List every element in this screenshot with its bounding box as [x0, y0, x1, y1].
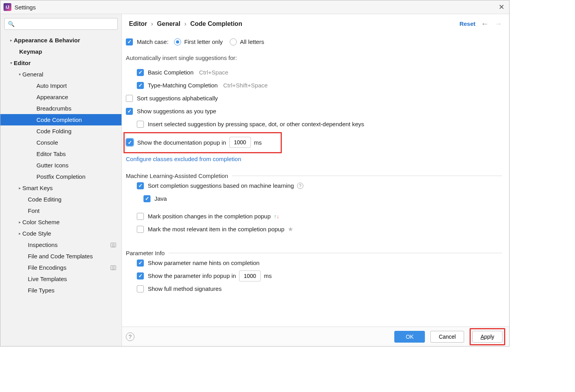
cancel-button[interactable]: Cancel — [430, 331, 464, 343]
type-matching-checkbox[interactable] — [137, 82, 144, 89]
tree-item-appearance[interactable]: Appearance — [0, 91, 122, 103]
tree-item-label: Code Editing — [28, 196, 62, 203]
tree-item-label: File and Code Templates — [28, 253, 93, 260]
sort-ml-checkbox[interactable] — [137, 182, 144, 189]
first-letter-radio[interactable] — [174, 38, 181, 45]
chevron-right-icon: ▸ — [17, 231, 22, 236]
param-popup-ms-input[interactable] — [239, 270, 261, 281]
tree-item-auto-import[interactable]: Auto Import — [0, 80, 122, 91]
configure-excluded-link[interactable]: Configure classes excluded from completi… — [126, 156, 241, 162]
tree-item-label: File Encodings — [28, 264, 66, 271]
sort-alpha-checkbox[interactable] — [126, 95, 133, 102]
tree-item-label: Console — [36, 139, 58, 146]
settings-tree[interactable]: ▸Appearance & BehaviorKeymap▾Editor▾Gene… — [0, 32, 122, 346]
tree-item-label: Keymap — [19, 48, 42, 55]
tree-item-label: Appearance — [36, 94, 68, 100]
tree-item-general[interactable]: ▾General — [0, 69, 122, 80]
tree-item-file-types[interactable]: File Types — [0, 285, 122, 296]
tree-item-smart-keys[interactable]: ▸Smart Keys — [0, 182, 122, 194]
scope-badge-icon — [111, 243, 116, 247]
show-doc-popup-checkbox[interactable] — [126, 139, 133, 146]
ok-button[interactable]: OK — [394, 331, 425, 343]
doc-popup-ms-input[interactable] — [229, 137, 251, 148]
tree-item-file-and-code-templates[interactable]: File and Code Templates — [0, 250, 122, 262]
main-panel: Editor › General › Code Completion Reset… — [122, 14, 509, 346]
ml-section-title: Machine Learning-Assisted Completion — [126, 172, 228, 179]
tree-item-label: Auto Import — [36, 82, 67, 89]
close-icon[interactable]: ✕ — [499, 3, 504, 11]
chevron-down-icon: ▾ — [17, 72, 22, 76]
tree-item-label: Color Scheme — [22, 219, 60, 225]
scope-badge-icon — [111, 265, 116, 270]
tree-item-code-editing[interactable]: Code Editing — [0, 194, 122, 205]
sort-alpha-label: Sort suggestions alphabetically — [137, 95, 218, 102]
chevron-right-icon: ▸ — [17, 220, 22, 224]
help-button[interactable]: ? — [126, 332, 134, 341]
type-matching-hint: Ctrl+Shift+Space — [223, 82, 267, 89]
auto-insert-heading: Automatically insert single suggestions … — [126, 51, 502, 64]
tree-item-color-scheme[interactable]: ▸Color Scheme — [0, 216, 122, 228]
show-as-type-checkbox[interactable] — [126, 108, 133, 115]
tree-item-file-encodings[interactable]: File Encodings — [0, 262, 122, 273]
type-matching-label: Type-Matching Completion — [148, 82, 218, 89]
tree-item-appearance-behavior[interactable]: ▸Appearance & Behavior — [0, 34, 122, 46]
tree-item-breadcrumbs[interactable]: Breadcrumbs — [0, 103, 122, 114]
tree-item-label: Code Folding — [36, 128, 71, 134]
tree-item-label: Code Completion — [36, 116, 82, 123]
java-label: Java — [154, 195, 167, 202]
insert-selected-checkbox[interactable] — [137, 121, 144, 128]
apply-button[interactable]: Apply — [472, 331, 502, 343]
help-icon[interactable]: ? — [297, 183, 303, 189]
match-case-checkbox[interactable] — [126, 38, 133, 45]
tree-item-label: General — [22, 71, 43, 78]
basic-completion-checkbox[interactable] — [137, 69, 144, 76]
star-icon: ★ — [288, 225, 293, 233]
chevron-right-icon: ▸ — [8, 38, 14, 42]
mark-position-label: Mark position changes in the completion … — [148, 213, 271, 220]
forward-arrow-icon: → — [494, 19, 502, 28]
ms-label-2: ms — [264, 272, 272, 279]
tree-item-live-templates[interactable]: Live Templates — [0, 273, 122, 285]
insert-selected-label: Insert selected suggestion by pressing s… — [148, 121, 364, 127]
reset-link[interactable]: Reset — [459, 20, 475, 27]
mark-relevant-checkbox[interactable] — [137, 226, 144, 233]
tree-item-label: Breadcrumbs — [36, 105, 71, 112]
tree-item-label: Editor Tabs — [36, 151, 66, 157]
search-input[interactable] — [16, 21, 114, 27]
crumb-editor[interactable]: Editor — [129, 20, 147, 27]
tree-item-code-style[interactable]: ▸Code Style — [0, 228, 122, 239]
full-signatures-checkbox[interactable] — [137, 285, 144, 292]
chevron-down-icon: ▾ — [8, 61, 14, 65]
tree-item-keymap[interactable]: Keymap — [0, 46, 122, 57]
tree-item-inspections[interactable]: Inspections — [0, 239, 122, 250]
show-as-type-label: Show suggestions as you type — [137, 108, 216, 114]
full-signatures-label: Show full method signatures — [148, 285, 221, 292]
tree-item-gutter-icons[interactable]: Gutter Icons — [0, 160, 122, 171]
param-hints-checkbox[interactable] — [137, 260, 144, 267]
highlighted-apply-box: Apply — [470, 328, 505, 345]
first-letter-label: First letter only — [184, 38, 223, 45]
tree-item-console[interactable]: Console — [0, 137, 122, 148]
mark-relevant-label: Mark the most relevant item in the compl… — [148, 226, 285, 232]
tree-item-editor-tabs[interactable]: Editor Tabs — [0, 148, 122, 160]
tree-item-label: Inspections — [28, 241, 58, 248]
param-section-title: Parameter Info — [126, 250, 165, 256]
tree-item-editor[interactable]: ▾Editor — [0, 57, 122, 69]
tree-item-code-folding[interactable]: Code Folding — [0, 125, 122, 137]
titlebar: IJ Settings ✕ — [0, 0, 509, 14]
tree-item-code-completion[interactable]: Code Completion — [0, 114, 122, 125]
param-popup-label: Show the parameter info popup in — [148, 272, 236, 279]
tree-item-postfix-completion[interactable]: Postfix Completion — [0, 171, 122, 182]
mark-position-checkbox[interactable] — [137, 213, 144, 220]
crumb-general[interactable]: General — [157, 20, 181, 27]
all-letters-radio[interactable] — [230, 38, 237, 45]
search-input-wrapper[interactable]: 🔍 — [4, 18, 118, 30]
chevron-right-icon: ▸ — [17, 186, 22, 190]
breadcrumb: Editor › General › Code Completion — [129, 20, 242, 27]
tree-item-font[interactable]: Font — [0, 205, 122, 216]
java-checkbox[interactable] — [143, 195, 151, 202]
sidebar: 🔍 ▸Appearance & BehaviorKeymap▾Editor▾Ge… — [0, 14, 122, 346]
back-arrow-icon[interactable]: ← — [481, 19, 489, 28]
param-popup-checkbox[interactable] — [137, 272, 144, 279]
crumb-code-completion: Code Completion — [190, 20, 242, 27]
